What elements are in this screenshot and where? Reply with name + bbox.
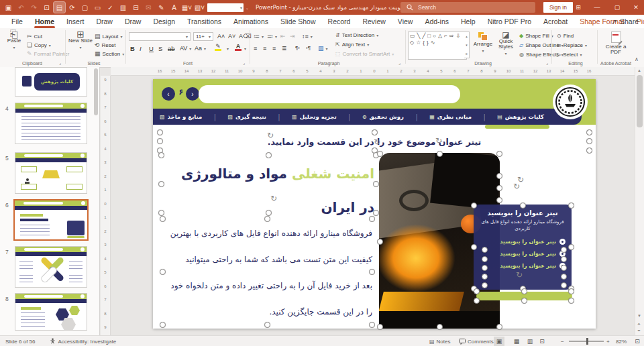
selection-handle[interactable] (561, 282, 567, 288)
selection-handle[interactable] (158, 181, 164, 187)
new-slide-button[interactable]: ⊞ New Slide▾ (68, 32, 93, 50)
selection-handle[interactable] (264, 216, 270, 222)
shape-fill-button[interactable]: ◆Shape Fill▾ (519, 33, 553, 39)
selection-handle[interactable] (369, 322, 375, 328)
tab-animations[interactable]: Animations (227, 15, 274, 28)
slide-nav-5[interactable]: نتیجه گیری▨ (227, 113, 266, 120)
share-button[interactable]: ↗Share (611, 15, 639, 28)
restore-button[interactable]: ▢ (608, 0, 627, 15)
selection-handle[interactable] (496, 185, 502, 191)
rotation-handle[interactable]: ↻ (270, 194, 277, 203)
selection-handle[interactable] (561, 247, 567, 253)
tab-acrobat[interactable]: Acrobat (537, 15, 574, 28)
align-center-icon[interactable]: ≡ (263, 45, 266, 52)
selection-handle[interactable] (158, 152, 164, 158)
email-icon[interactable]: ✉ (143, 2, 154, 13)
slide-heading[interactable]: امنیت شغلی مواد و متالورژی در ایران (161, 156, 374, 215)
shape-glyph[interactable]: { (423, 40, 425, 46)
selection-handle[interactable] (437, 324, 443, 330)
selection-handle[interactable] (377, 151, 383, 157)
selection-handle[interactable] (482, 274, 488, 280)
print-icon[interactable]: ⊟ (130, 2, 142, 13)
previous-slide-icon[interactable]: ⏶ (637, 322, 641, 327)
rotation-handle[interactable]: ↻ (516, 270, 523, 280)
shape-glyph[interactable]: ∿ (431, 40, 435, 46)
rtl-direction-icon[interactable]: ‹¶ (306, 45, 311, 51)
slide-thumbnail-6[interactable] (13, 199, 89, 241)
selection-handle[interactable] (482, 247, 488, 253)
slideshow-view-button[interactable]: ⊡ (537, 337, 547, 346)
selection-handle[interactable] (373, 181, 379, 187)
tab-draw-4[interactable]: Draw (119, 15, 148, 28)
arrange-button[interactable]: Arrange▾ (472, 32, 494, 54)
selection-handle[interactable] (471, 244, 477, 250)
create-pdf-button[interactable]: Create a PDF (602, 32, 629, 55)
selection-handle[interactable] (568, 288, 574, 294)
selection-handle[interactable] (496, 324, 502, 330)
selection-handle[interactable] (157, 129, 163, 135)
tab-file[interactable]: File (5, 15, 29, 28)
justify-icon[interactable]: ≣ (282, 45, 287, 52)
layout-button[interactable]: ▤Layout▾ (95, 33, 123, 40)
shape-glyph[interactable]: ▭ (410, 33, 415, 39)
qat-overflow-icon[interactable]: ⌄ (246, 5, 249, 10)
tab-transitions[interactable]: Transitions (181, 15, 227, 28)
accessibility-status[interactable]: Accessibility: Investigate (50, 338, 116, 345)
redo-icon[interactable]: ↷ (28, 2, 40, 13)
font-name-combo[interactable]: ▾ (129, 32, 191, 41)
highlight-button[interactable]: ✎ (215, 44, 221, 51)
draw-icon[interactable]: ✎ (156, 2, 167, 13)
zoom-out-button[interactable]: − (561, 339, 564, 345)
bullets-button[interactable]: ≔▾ (254, 33, 264, 40)
shape-glyph[interactable]: ⇩ (455, 33, 460, 39)
minimize-button[interactable]: — (588, 0, 606, 15)
shrink-font-icon[interactable]: A˅ (228, 33, 235, 40)
char-spacing-button[interactable]: A︎V▾ (180, 45, 191, 52)
selection-handle[interactable] (496, 197, 502, 203)
slide-thumbnail-7[interactable] (15, 246, 87, 288)
caption-list-item[interactable]: تیتر عنوان را بنویسید (480, 235, 566, 247)
reset-button[interactable]: ⟲Reset (95, 42, 115, 48)
shape-glyph[interactable]: } (427, 40, 429, 46)
cut-button[interactable]: ✂Cut (27, 33, 42, 40)
slide-nav-4[interactable]: تجزیه وتحلیل▥ (292, 113, 337, 120)
selection-handle[interactable] (266, 152, 272, 158)
slide-thumbnail-5[interactable] (15, 152, 87, 194)
numbering-button[interactable]: ≕▾ (267, 33, 277, 40)
tab-insert[interactable]: Insert (60, 15, 90, 28)
selection-handle[interactable] (482, 256, 488, 262)
notes-button[interactable]: ▤Notes (429, 339, 450, 345)
selection-handle[interactable] (586, 129, 592, 135)
scroll-down-icon[interactable]: ▼ (637, 314, 641, 318)
selection-handle[interactable] (496, 173, 502, 179)
vertical-scrollbar[interactable]: ▲ ▼ ⏶ ⏷ (635, 67, 644, 335)
selection-handle[interactable] (264, 322, 270, 328)
selection-handle[interactable] (157, 138, 163, 144)
selection-handle[interactable] (373, 210, 379, 216)
reading-view-button[interactable]: ▥ (525, 337, 535, 346)
selection-handle[interactable] (496, 151, 502, 157)
selection-handle[interactable] (586, 148, 592, 154)
rotation-handle[interactable]: ↻ (267, 131, 274, 140)
slide-sorter-view-button[interactable]: ▦ (511, 337, 522, 346)
zoom-in-button[interactable]: + (606, 339, 610, 345)
ltr-direction-icon[interactable]: ¶› (295, 45, 300, 51)
paste-button[interactable]: ⎗ Paste▾ (4, 32, 24, 50)
nav-next-button[interactable]: › (186, 87, 199, 101)
tab-nitro-pdf-pro[interactable]: Nitro PDF Pro (482, 15, 537, 28)
normal-view-icon[interactable]: ▤ (54, 2, 65, 13)
align-text-button[interactable]: ⇱Align Text▾ (335, 42, 369, 48)
shape-glyph[interactable]: ╲ (417, 33, 421, 39)
selection-handle[interactable] (377, 324, 383, 330)
selection-handle[interactable] (520, 203, 526, 209)
scrollbar-thumb[interactable] (637, 75, 643, 127)
open-folder-icon[interactable]: ▭ (92, 2, 103, 13)
font-style-icon[interactable]: A (168, 2, 180, 13)
highlight-caret[interactable]: ▾ (227, 46, 229, 51)
italic-button[interactable]: I (140, 45, 148, 52)
shape-glyph[interactable]: △ (438, 33, 442, 39)
save-icon[interactable]: ▣ (3, 2, 14, 13)
slide-thumbnail-3[interactable]: کلیات پژوهش (15, 67, 87, 97)
replace-button[interactable]: ⇋Replace▾ (557, 42, 587, 48)
selection-handle[interactable] (160, 216, 166, 222)
